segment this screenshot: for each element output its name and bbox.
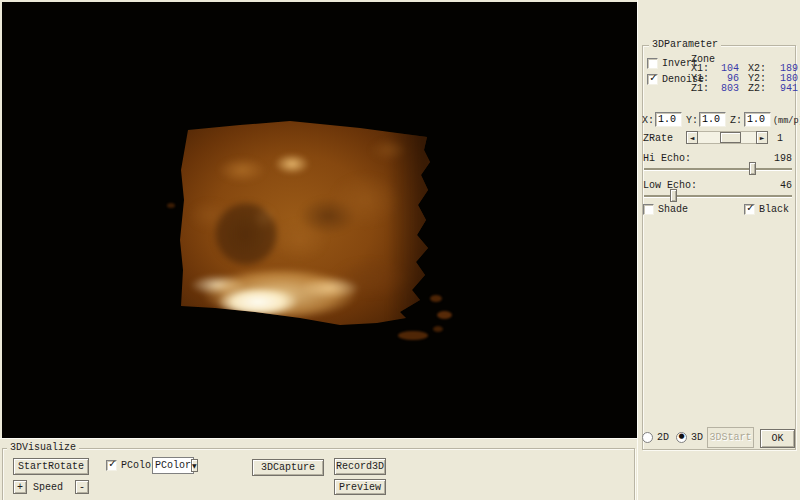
echo-fragment (437, 311, 452, 319)
zone-z2-value: 941 (770, 84, 798, 94)
render-viewport[interactable] (2, 2, 637, 438)
pcolor-dropdown[interactable]: PColor ▼ (152, 457, 194, 474)
scale-z-input[interactable] (744, 112, 771, 127)
hi-echo-slider-thumb[interactable] (749, 162, 756, 175)
hi-echo-slider-track[interactable] (644, 168, 792, 170)
radio-2d-label: 2D (657, 432, 669, 443)
zrate-scrollbar-thumb[interactable] (720, 132, 741, 143)
zrate-value: 1 (777, 133, 783, 144)
black-label: Black (759, 204, 789, 215)
shade-checkbox-box[interactable] (643, 204, 654, 215)
visualize-panel: 3DVisualize StartRotate + Speed - ✓ PCol… (0, 438, 637, 500)
scale-y-label: Y: (686, 115, 698, 126)
chevron-down-icon[interactable]: ▼ (191, 459, 198, 472)
pcolor-dropdown-value: PColor (153, 460, 191, 471)
scale-z-label: Z: (730, 115, 742, 126)
black-checkbox[interactable]: ✓ Black (744, 204, 789, 215)
start-rotate-button[interactable]: StartRotate (13, 458, 89, 475)
ultrasound-volume (180, 120, 432, 328)
radio-3d[interactable]: ● 3D (676, 432, 703, 443)
record3d-button[interactable]: Record3D (334, 458, 386, 475)
radio-2d-circle[interactable] (642, 432, 653, 443)
groupbox-title: 3DVisualize (7, 442, 79, 454)
shade-checkbox[interactable]: Shade (643, 204, 688, 215)
radio-3d-circle[interactable]: ● (676, 432, 687, 443)
app-window: 3DParameter Invert ✓ Denoise Zone X1: 10… (0, 0, 800, 500)
echo-fragment (433, 326, 443, 332)
low-echo-slider-track[interactable] (644, 195, 792, 197)
hi-echo-value: 198 (774, 153, 792, 164)
speed-minus-button[interactable]: - (75, 480, 89, 494)
groupbox-title: 3DParameter (649, 39, 721, 51)
scroll-left-icon[interactable]: ◄ (686, 131, 698, 144)
zone-z1-label: Z1: (691, 84, 713, 94)
denoise-checkbox-box[interactable]: ✓ (647, 74, 658, 85)
zrate-label: ZRate (643, 133, 673, 144)
start3d-button[interactable]: 3DStart (707, 427, 754, 448)
echo-fragment (430, 295, 442, 302)
scale-y-input[interactable] (699, 112, 726, 127)
visualize-groupbox: 3DVisualize StartRotate + Speed - ✓ PCol… (2, 448, 635, 500)
ok-button[interactable]: OK (760, 429, 795, 448)
zrate-scrollbar-track[interactable] (698, 131, 756, 144)
zone-z2-label: Z2: (748, 84, 770, 94)
hi-echo-label: Hi Echo: (643, 153, 691, 164)
scale-x-label: X: (642, 115, 654, 126)
speed-plus-button[interactable]: + (13, 480, 27, 494)
scroll-right-icon[interactable]: ► (756, 131, 768, 144)
zone-values: X1: 104 X2: 189 Y1: 96 Y2: 180 Z1: 803 Z… (691, 64, 798, 94)
scale-x-input[interactable] (655, 112, 682, 127)
speed-label: Speed (33, 482, 63, 493)
zone-z1-value: 803 (713, 84, 739, 94)
pcolor-checkbox-box[interactable]: ✓ (106, 460, 117, 471)
radio-2d[interactable]: 2D (642, 432, 669, 443)
low-echo-value: 46 (780, 180, 792, 191)
pcolor-checkbox[interactable]: ✓ PColor (106, 460, 157, 471)
invert-checkbox-box[interactable] (647, 58, 658, 69)
parameter-panel: 3DParameter Invert ✓ Denoise Zone X1: 10… (637, 0, 800, 500)
radio-3d-label: 3D (691, 432, 703, 443)
zrate-scrollbar[interactable]: ◄ ► (686, 131, 768, 144)
capture3d-button[interactable]: 3DCapture (252, 459, 324, 476)
low-echo-slider-thumb[interactable] (670, 189, 677, 202)
preview-button[interactable]: Preview (334, 479, 386, 495)
ultrasound-texture (180, 120, 432, 328)
shade-label: Shade (658, 204, 688, 215)
parameter-groupbox: 3DParameter Invert ✓ Denoise Zone X1: 10… (642, 45, 796, 450)
echo-fragment (167, 203, 175, 208)
black-checkbox-box[interactable]: ✓ (744, 204, 755, 215)
echo-fragment (398, 331, 428, 340)
scale-unit-label: (mm/p) (773, 116, 800, 126)
